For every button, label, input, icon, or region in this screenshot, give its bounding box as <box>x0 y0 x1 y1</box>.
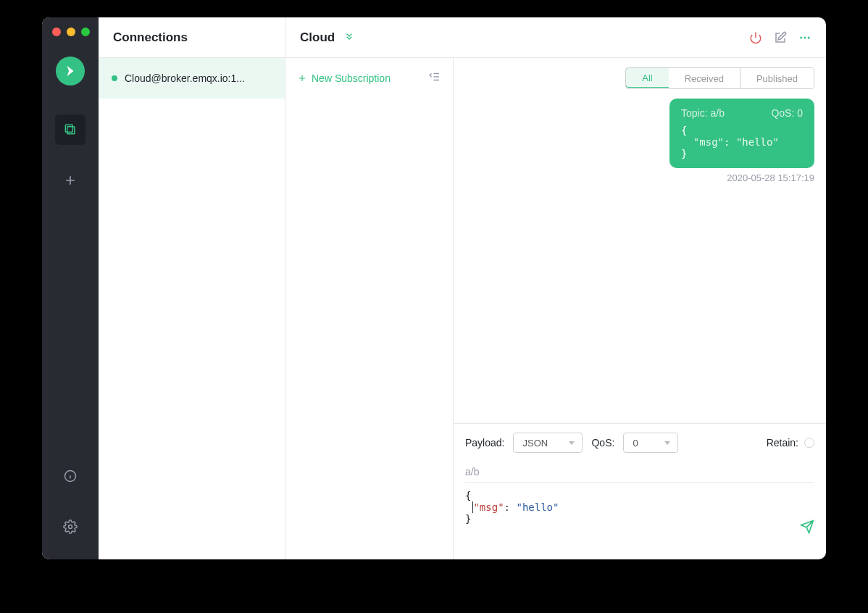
connections-panel: Connections Cloud@broker.emqx.io:1... <box>99 17 285 559</box>
expand-chevrons-icon[interactable] <box>343 30 355 45</box>
new-subscription-label: New Subscription <box>312 72 391 84</box>
composer: Payload: JSON QoS: 0 Retain: <box>454 423 826 559</box>
app-window: Connections Cloud@broker.emqx.io:1... Cl… <box>42 17 826 559</box>
nav-settings-icon[interactable] <box>55 512 85 542</box>
connection-item[interactable]: Cloud@broker.emqx.io:1... <box>99 58 285 99</box>
nav-connections-icon[interactable] <box>55 114 85 145</box>
svg-point-3 <box>69 525 72 529</box>
app-logo <box>56 57 85 86</box>
connection-title: Cloud <box>300 30 335 45</box>
subscriptions-panel: New Subscription <box>285 58 454 559</box>
svg-point-5 <box>804 36 806 38</box>
status-dot-online-icon <box>112 75 117 81</box>
svg-rect-0 <box>67 127 75 134</box>
message-filter-tabs: All Received Published <box>625 67 814 89</box>
svg-rect-1 <box>65 125 72 132</box>
message-timestamp: 2020-05-28 15:17:19 <box>465 172 814 183</box>
retain-label: Retain: <box>767 437 798 449</box>
topic-input[interactable] <box>465 462 814 483</box>
payload-format-label: Payload: <box>465 437 504 449</box>
connections-title: Connections <box>99 17 285 58</box>
filter-tab-published[interactable]: Published <box>740 68 814 88</box>
filter-tab-received[interactable]: Received <box>669 68 740 88</box>
message-payload: { "msg": "hello" } <box>681 125 803 159</box>
qos-label: QoS: <box>591 437 614 449</box>
nav-add-icon[interactable] <box>55 165 85 196</box>
svg-point-4 <box>800 36 802 38</box>
payload-editor[interactable]: { "msg": "hello" } <box>465 490 814 548</box>
nav-info-icon[interactable] <box>55 461 85 491</box>
payload-format-select[interactable]: JSON <box>513 433 583 453</box>
close-window-button[interactable] <box>52 28 61 36</box>
more-menu-button[interactable] <box>798 31 811 44</box>
qos-select[interactable]: 0 <box>623 433 678 453</box>
sidebar-nav <box>42 17 99 559</box>
message-topic: Topic: a/b <box>681 107 725 119</box>
messages-list: Topic: a/b QoS: 0 { "msg": "hello" } 202… <box>454 99 826 423</box>
main-header: Cloud <box>285 17 826 58</box>
edit-connection-button[interactable] <box>774 31 787 44</box>
connection-label: Cloud@broker.emqx.io:1... <box>125 72 245 84</box>
maximize-window-button[interactable] <box>81 28 90 36</box>
disconnect-button[interactable] <box>749 31 762 44</box>
new-subscription-button[interactable]: New Subscription <box>297 72 391 84</box>
minimize-window-button[interactable] <box>67 28 75 36</box>
published-message: Topic: a/b QoS: 0 { "msg": "hello" } <box>669 99 814 168</box>
window-controls <box>52 28 90 36</box>
retain-toggle[interactable] <box>804 438 814 448</box>
main-body: New Subscription All Received Published <box>285 58 826 559</box>
main-panel: Cloud New Sub <box>285 17 826 559</box>
message-qos: QoS: 0 <box>771 107 803 119</box>
filter-tab-all[interactable]: All <box>625 67 669 88</box>
send-button[interactable] <box>714 508 814 548</box>
svg-point-6 <box>808 36 810 38</box>
collapse-subscriptions-icon[interactable] <box>428 70 441 86</box>
messages-panel: All Received Published Topic: a/b QoS: 0… <box>454 58 826 559</box>
